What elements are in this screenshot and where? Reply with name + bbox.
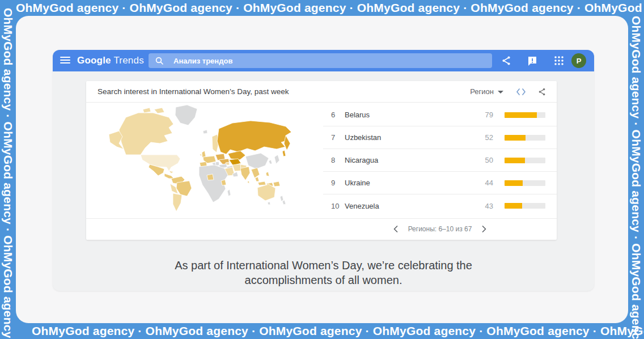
content-panel: Google Trends: [16, 16, 628, 323]
avatar[interactable]: P: [571, 53, 586, 68]
card-title: Search interest in International Women's…: [98, 87, 289, 96]
table-row[interactable]: 8 Nicaragua 50: [323, 149, 557, 172]
table-row[interactable]: 6 Belarus 79: [323, 104, 557, 126]
value-bar: [505, 158, 545, 163]
pagination: Регионы: 6–10 из 67: [392, 224, 488, 234]
map-new-zealand-s: [282, 200, 286, 205]
chevron-left-icon[interactable]: [392, 224, 399, 234]
country-name: Nicaragua: [345, 156, 471, 164]
interest-value: 44: [471, 179, 493, 187]
map-nigeria: [207, 174, 214, 180]
rank-number: 7: [331, 133, 345, 142]
map-australia: [257, 184, 276, 201]
value-bar-fill: [505, 158, 525, 163]
watermark-top: OhMyGod agency · OhMyGod agency · OhMyGo…: [0, 0, 644, 16]
share-icon[interactable]: [501, 55, 512, 66]
map-indochina: [251, 168, 260, 178]
value-bar: [505, 112, 545, 118]
trends-card: Search interest in International Women's…: [86, 81, 557, 240]
interest-value: 43: [471, 202, 493, 210]
value-bar-fill: [505, 135, 526, 141]
map-new-zealand-n: [280, 196, 283, 201]
map-canada: [119, 113, 173, 155]
interest-value: 52: [471, 133, 493, 142]
map-iran: [232, 164, 242, 171]
apps-grid-icon[interactable]: [554, 56, 565, 67]
map-greenland: [175, 105, 197, 125]
menu-icon[interactable]: [60, 57, 70, 65]
feedback-icon[interactable]: [527, 55, 538, 66]
map-philippines: [266, 172, 269, 176]
map-russia: [217, 121, 291, 154]
embed-code-icon[interactable]: [516, 88, 526, 96]
map-indonesia-west: [258, 181, 266, 185]
watermark-bottom: OhMyGod agency · OhMyGod agency · OhMyGo…: [0, 324, 644, 339]
value-bar-fill: [505, 112, 537, 118]
map-india: [240, 167, 250, 180]
card-header: Search interest in International Women's…: [86, 81, 557, 103]
chevron-down-icon: [498, 91, 503, 94]
map-malay: [255, 177, 259, 181]
rank-number: 10: [331, 202, 345, 210]
caption-text: As part of International Women’s Day, we…: [53, 258, 594, 287]
map-japan: [274, 155, 279, 164]
map-madagascar: [227, 189, 231, 196]
table-row[interactable]: 10 Venezuela 43: [323, 194, 557, 217]
region-dropdown[interactable]: Регион: [470, 87, 503, 96]
map-arctic-islands2: [143, 108, 151, 113]
map-argentina-chile: [173, 193, 182, 211]
interest-value: 50: [471, 156, 493, 164]
map-sakhalin: [282, 150, 286, 156]
value-bar-fill: [505, 180, 523, 186]
region-list: 6 Belarus 79 7 Uzbekistan 52 8 Nicaragua…: [323, 103, 557, 218]
card-footer: Регионы: 6–10 из 67: [86, 218, 557, 239]
map-kazakhstan: [228, 151, 245, 160]
card-share-icon[interactable]: [537, 87, 546, 96]
interest-value: 79: [471, 111, 493, 119]
chevron-right-icon[interactable]: [481, 224, 488, 234]
country-name: Belarus: [345, 111, 471, 119]
value-bar: [505, 203, 545, 209]
country-name: Uzbekistan: [345, 133, 471, 142]
map-new-guinea: [273, 181, 280, 187]
search-box[interactable]: [149, 53, 492, 68]
value-bar: [505, 135, 545, 141]
rank-number: 8: [331, 156, 345, 164]
value-bar: [505, 180, 545, 186]
rank-number: 6: [331, 111, 345, 119]
map-east-africa: [221, 180, 226, 185]
pagination-label: Регионы: 6–10 из 67: [408, 225, 472, 233]
rank-number: 9: [331, 179, 345, 187]
map-arctic-islands: [154, 108, 164, 113]
value-bar-fill: [505, 203, 522, 209]
map-uk: [202, 151, 206, 158]
search-icon: [155, 57, 163, 65]
map-brazil: [176, 181, 192, 196]
world-map-choropleth[interactable]: [86, 103, 323, 218]
table-row[interactable]: 9 Ukraine 44: [323, 172, 557, 194]
table-row[interactable]: 7 Uzbekistan 52: [323, 126, 557, 149]
map-tasmania: [268, 202, 270, 205]
trends-screenshot: Google Trends: [53, 50, 594, 291]
google-trends-logo[interactable]: Google Trends: [77, 55, 144, 66]
map-cuba: [169, 171, 173, 173]
country-name: Ukraine: [345, 179, 471, 187]
trends-header: Google Trends: [53, 50, 594, 71]
country-name: Venezuela: [345, 202, 471, 210]
map-central-america: [164, 173, 174, 179]
map-sri-lanka: [247, 181, 249, 184]
region-dropdown-label: Регион: [470, 87, 494, 96]
map-ireland: [200, 154, 202, 156]
watermark-right: OhMyGod agency · OhMyGod agency · OhMyGo…: [628, 0, 644, 339]
search-input[interactable]: [173, 53, 485, 68]
map-korea: [269, 160, 272, 164]
watermark-left: OhMyGod agency · OhMyGod agency · OhMyGo…: [0, 0, 16, 339]
map-iceland: [203, 130, 207, 134]
